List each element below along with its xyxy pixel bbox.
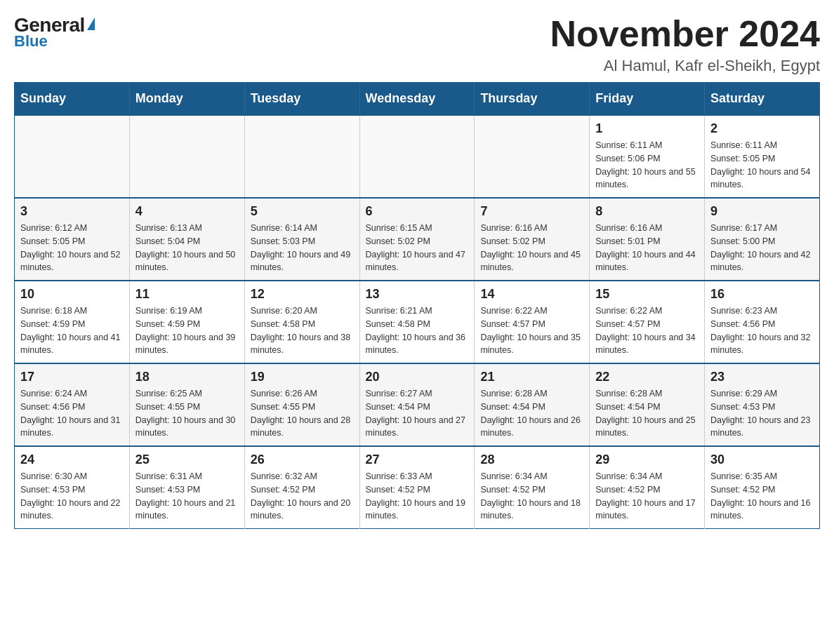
calendar-table: SundayMondayTuesdayWednesdayThursdayFrid… bbox=[14, 82, 820, 529]
day-number: 28 bbox=[480, 452, 583, 467]
day-number: 24 bbox=[20, 452, 124, 467]
calendar-cell: 24Sunrise: 6:30 AMSunset: 4:53 PMDayligh… bbox=[15, 446, 130, 529]
calendar-cell: 14Sunrise: 6:22 AMSunset: 4:57 PMDayligh… bbox=[475, 281, 590, 363]
calendar-cell bbox=[244, 115, 359, 198]
calendar-cell: 10Sunrise: 6:18 AMSunset: 4:59 PMDayligh… bbox=[15, 281, 130, 363]
calendar-cell: 6Sunrise: 6:15 AMSunset: 5:02 PMDaylight… bbox=[359, 198, 475, 281]
calendar-cell: 30Sunrise: 6:35 AMSunset: 4:52 PMDayligh… bbox=[705, 446, 820, 529]
calendar-cell: 18Sunrise: 6:25 AMSunset: 4:55 PMDayligh… bbox=[129, 363, 244, 446]
calendar-cell: 11Sunrise: 6:19 AMSunset: 4:59 PMDayligh… bbox=[129, 281, 244, 363]
calendar-cell: 20Sunrise: 6:27 AMSunset: 4:54 PMDayligh… bbox=[359, 363, 475, 446]
day-number: 18 bbox=[135, 370, 239, 384]
day-number: 30 bbox=[710, 452, 814, 467]
day-info: Sunrise: 6:24 AMSunset: 4:56 PMDaylight:… bbox=[20, 387, 124, 440]
day-number: 5 bbox=[251, 204, 354, 219]
day-info: Sunrise: 6:16 AMSunset: 5:02 PMDaylight:… bbox=[480, 222, 583, 274]
day-number: 14 bbox=[480, 287, 583, 302]
calendar-cell: 22Sunrise: 6:28 AMSunset: 4:54 PMDayligh… bbox=[590, 363, 705, 446]
calendar-cell: 1Sunrise: 6:11 AMSunset: 5:06 PMDaylight… bbox=[590, 115, 705, 198]
page-header: General Blue November 2024 Al Hamul, Kaf… bbox=[14, 14, 820, 75]
day-number: 10 bbox=[20, 287, 124, 302]
day-of-week-header: Wednesday bbox=[359, 83, 475, 116]
calendar-cell: 8Sunrise: 6:16 AMSunset: 5:01 PMDaylight… bbox=[590, 198, 705, 281]
day-info: Sunrise: 6:20 AMSunset: 4:58 PMDaylight:… bbox=[251, 304, 354, 357]
day-number: 27 bbox=[366, 452, 469, 467]
day-info: Sunrise: 6:13 AMSunset: 5:04 PMDaylight:… bbox=[135, 222, 239, 274]
day-info: Sunrise: 6:33 AMSunset: 4:52 PMDaylight:… bbox=[366, 470, 469, 523]
calendar-cell: 3Sunrise: 6:12 AMSunset: 5:05 PMDaylight… bbox=[15, 198, 130, 281]
day-info: Sunrise: 6:28 AMSunset: 4:54 PMDaylight:… bbox=[595, 387, 699, 440]
calendar-week-row: 24Sunrise: 6:30 AMSunset: 4:53 PMDayligh… bbox=[15, 446, 820, 529]
calendar-cell: 2Sunrise: 6:11 AMSunset: 5:05 PMDaylight… bbox=[705, 115, 820, 198]
month-title: November 2024 bbox=[550, 14, 820, 54]
day-info: Sunrise: 6:34 AMSunset: 4:52 PMDaylight:… bbox=[480, 470, 583, 523]
day-info: Sunrise: 6:34 AMSunset: 4:52 PMDaylight:… bbox=[595, 470, 699, 523]
calendar-cell bbox=[475, 115, 590, 198]
day-of-week-header: Saturday bbox=[705, 83, 820, 116]
day-number: 21 bbox=[480, 370, 583, 384]
day-info: Sunrise: 6:27 AMSunset: 4:54 PMDaylight:… bbox=[366, 387, 469, 440]
day-number: 9 bbox=[710, 204, 814, 219]
calendar-cell: 17Sunrise: 6:24 AMSunset: 4:56 PMDayligh… bbox=[15, 363, 130, 446]
calendar-cell bbox=[129, 115, 244, 198]
calendar-cell: 27Sunrise: 6:33 AMSunset: 4:52 PMDayligh… bbox=[359, 446, 475, 529]
day-number: 23 bbox=[710, 370, 814, 384]
logo: General Blue bbox=[14, 14, 95, 51]
day-number: 26 bbox=[251, 452, 354, 467]
day-number: 25 bbox=[135, 452, 239, 467]
calendar-cell: 7Sunrise: 6:16 AMSunset: 5:02 PMDaylight… bbox=[475, 198, 590, 281]
day-info: Sunrise: 6:30 AMSunset: 4:53 PMDaylight:… bbox=[20, 470, 124, 523]
day-info: Sunrise: 6:35 AMSunset: 4:52 PMDaylight:… bbox=[710, 470, 814, 523]
day-of-week-header: Friday bbox=[590, 83, 705, 116]
calendar-week-row: 10Sunrise: 6:18 AMSunset: 4:59 PMDayligh… bbox=[15, 281, 820, 363]
day-info: Sunrise: 6:11 AMSunset: 5:05 PMDaylight:… bbox=[710, 139, 814, 192]
day-info: Sunrise: 6:25 AMSunset: 4:55 PMDaylight:… bbox=[135, 387, 239, 440]
calendar-cell: 25Sunrise: 6:31 AMSunset: 4:53 PMDayligh… bbox=[129, 446, 244, 529]
calendar-cell: 23Sunrise: 6:29 AMSunset: 4:53 PMDayligh… bbox=[705, 363, 820, 446]
calendar-header: SundayMondayTuesdayWednesdayThursdayFrid… bbox=[15, 83, 820, 116]
location-text: Al Hamul, Kafr el-Sheikh, Egypt bbox=[550, 57, 820, 75]
day-info: Sunrise: 6:32 AMSunset: 4:52 PMDaylight:… bbox=[251, 470, 354, 523]
day-info: Sunrise: 6:22 AMSunset: 4:57 PMDaylight:… bbox=[480, 304, 583, 357]
day-of-week-header: Sunday bbox=[15, 83, 130, 116]
title-block: November 2024 Al Hamul, Kafr el-Sheikh, … bbox=[550, 14, 820, 75]
calendar-cell: 28Sunrise: 6:34 AMSunset: 4:52 PMDayligh… bbox=[475, 446, 590, 529]
calendar-week-row: 1Sunrise: 6:11 AMSunset: 5:06 PMDaylight… bbox=[15, 115, 820, 198]
calendar-cell: 19Sunrise: 6:26 AMSunset: 4:55 PMDayligh… bbox=[244, 363, 359, 446]
day-info: Sunrise: 6:21 AMSunset: 4:58 PMDaylight:… bbox=[366, 304, 469, 357]
calendar-cell: 9Sunrise: 6:17 AMSunset: 5:00 PMDaylight… bbox=[705, 198, 820, 281]
day-number: 22 bbox=[595, 370, 699, 384]
day-number: 11 bbox=[135, 287, 239, 302]
day-info: Sunrise: 6:18 AMSunset: 4:59 PMDaylight:… bbox=[20, 304, 124, 357]
calendar-cell bbox=[359, 115, 475, 198]
calendar-cell: 15Sunrise: 6:22 AMSunset: 4:57 PMDayligh… bbox=[590, 281, 705, 363]
day-number: 16 bbox=[710, 287, 814, 302]
day-number: 15 bbox=[595, 287, 699, 302]
day-info: Sunrise: 6:15 AMSunset: 5:02 PMDaylight:… bbox=[366, 222, 469, 274]
day-of-week-header: Monday bbox=[129, 83, 244, 116]
day-number: 8 bbox=[595, 204, 699, 219]
logo-triangle-icon bbox=[87, 18, 95, 30]
day-info: Sunrise: 6:16 AMSunset: 5:01 PMDaylight:… bbox=[595, 222, 699, 274]
calendar-cell: 13Sunrise: 6:21 AMSunset: 4:58 PMDayligh… bbox=[359, 281, 475, 363]
day-info: Sunrise: 6:14 AMSunset: 5:03 PMDaylight:… bbox=[251, 222, 354, 274]
day-number: 19 bbox=[251, 370, 354, 384]
calendar-cell: 26Sunrise: 6:32 AMSunset: 4:52 PMDayligh… bbox=[244, 446, 359, 529]
calendar-cell: 5Sunrise: 6:14 AMSunset: 5:03 PMDaylight… bbox=[244, 198, 359, 281]
day-number: 2 bbox=[710, 121, 814, 136]
day-number: 4 bbox=[135, 204, 239, 219]
day-info: Sunrise: 6:28 AMSunset: 4:54 PMDaylight:… bbox=[480, 387, 583, 440]
day-number: 20 bbox=[366, 370, 469, 384]
calendar-cell: 16Sunrise: 6:23 AMSunset: 4:56 PMDayligh… bbox=[705, 281, 820, 363]
day-info: Sunrise: 6:29 AMSunset: 4:53 PMDaylight:… bbox=[710, 387, 814, 440]
day-number: 7 bbox=[480, 204, 583, 219]
day-info: Sunrise: 6:17 AMSunset: 5:00 PMDaylight:… bbox=[710, 222, 814, 274]
day-number: 6 bbox=[366, 204, 469, 219]
calendar-cell: 4Sunrise: 6:13 AMSunset: 5:04 PMDaylight… bbox=[129, 198, 244, 281]
calendar-week-row: 17Sunrise: 6:24 AMSunset: 4:56 PMDayligh… bbox=[15, 363, 820, 446]
calendar-cell bbox=[15, 115, 130, 198]
day-number: 17 bbox=[20, 370, 124, 384]
day-info: Sunrise: 6:19 AMSunset: 4:59 PMDaylight:… bbox=[135, 304, 239, 357]
day-info: Sunrise: 6:22 AMSunset: 4:57 PMDaylight:… bbox=[595, 304, 699, 357]
day-of-week-header: Thursday bbox=[475, 83, 590, 116]
